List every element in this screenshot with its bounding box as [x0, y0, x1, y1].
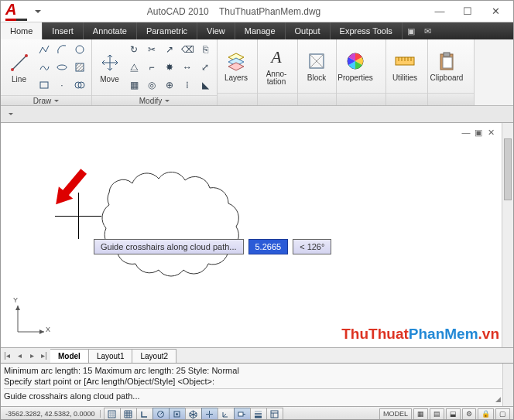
- grid-button[interactable]: [120, 408, 137, 421]
- tab-insert[interactable]: Insert: [43, 22, 84, 39]
- line-icon: [9, 52, 30, 73]
- osnap-button[interactable]: [169, 408, 186, 421]
- panel-draw: Line · Draw: [1, 39, 92, 105]
- cmd-resize-grip[interactable]: ◢: [495, 394, 501, 405]
- clipboard-icon: [436, 50, 457, 72]
- point-button[interactable]: ·: [53, 77, 70, 94]
- break-button[interactable]: ⁞: [179, 77, 196, 94]
- stretch-button[interactable]: ↔: [179, 59, 196, 76]
- drawing-area[interactable]: — ▣ ✕ Guide crosshairs along cloud path.…: [1, 123, 513, 347]
- tab-view[interactable]: View: [197, 22, 235, 39]
- lineweight-button[interactable]: [250, 408, 267, 421]
- cmd-scrollbar[interactable]: [502, 364, 513, 406]
- tab-nav-next[interactable]: ▸: [26, 351, 38, 360]
- model-space-button[interactable]: MODEL: [379, 408, 412, 420]
- dyn-input-button[interactable]: [234, 408, 251, 421]
- workspace-switch-button[interactable]: ⚙: [462, 408, 476, 420]
- clean-screen-button[interactable]: ▢: [495, 408, 510, 420]
- region-button[interactable]: [71, 77, 88, 94]
- copy-button[interactable]: ⎘: [197, 41, 214, 58]
- join-button[interactable]: ⊕: [161, 77, 178, 94]
- chevron-down-icon[interactable]: [165, 100, 170, 102]
- scale-button[interactable]: ⤢: [197, 59, 214, 76]
- svg-point-2: [25, 54, 28, 57]
- arc-button[interactable]: [53, 41, 70, 58]
- fillet-button[interactable]: ⌐: [143, 59, 160, 76]
- ortho-button[interactable]: [136, 408, 153, 421]
- move-button[interactable]: Move: [95, 52, 124, 84]
- panel-properties: Properties: [337, 39, 386, 105]
- maximize-button[interactable]: ☐: [454, 4, 481, 19]
- tab-extra-button[interactable]: ▣: [403, 22, 420, 39]
- block-button[interactable]: Block: [301, 50, 332, 82]
- svg-rect-13: [444, 53, 450, 56]
- ducs-button[interactable]: [218, 408, 235, 421]
- layers-button[interactable]: Layers: [221, 50, 252, 82]
- command-line[interactable]: Minimum arc length: 15 Maximum arc lengt…: [1, 363, 513, 406]
- annotation-button[interactable]: AAnno-tation: [261, 46, 292, 86]
- tab-nav-first[interactable]: |◂: [1, 351, 13, 360]
- tab-nav-prev[interactable]: ◂: [13, 351, 26, 360]
- rectangle-button[interactable]: [36, 77, 53, 94]
- layout-tab-1[interactable]: Layout1: [89, 349, 133, 363]
- qp-button[interactable]: [266, 408, 283, 421]
- coordinate-display[interactable]: -3562.3282, 42.5382, 0.0000: [1, 410, 101, 418]
- close-button[interactable]: ✕: [482, 4, 509, 19]
- qat-expand-icon[interactable]: [9, 113, 13, 115]
- quickview-layouts-button[interactable]: ▦: [413, 408, 428, 420]
- tab-express-tools[interactable]: Express Tools: [331, 22, 403, 39]
- title-bar: A AutoCAD 2010 ThuThuatPhanMem.dwg — ☐ ✕: [1, 1, 513, 22]
- snap-mode-button[interactable]: [104, 408, 121, 421]
- tab-parametric[interactable]: Parametric: [137, 22, 197, 39]
- spline-button[interactable]: [36, 59, 53, 76]
- anno-label-2: tation: [267, 77, 286, 86]
- layout-tab-2[interactable]: Layout2: [132, 349, 176, 363]
- toolbar-lock-button[interactable]: 🔒: [478, 408, 494, 420]
- tab-manage[interactable]: Manage: [235, 22, 286, 39]
- mirror-button[interactable]: ⧋: [125, 59, 142, 76]
- measure-icon: [394, 50, 416, 72]
- array-button[interactable]: ▦: [125, 77, 142, 94]
- chamfer-button[interactable]: ◣: [197, 77, 214, 94]
- dynamic-distance-input[interactable]: 5.2665: [248, 239, 289, 254]
- line-button[interactable]: Line: [4, 52, 34, 84]
- panel-modify: Move ↻ ✂ ↗ ⌫ ⎘ ⧋ ⌐ ✸ ↔ ⤢ ▦ ◎ ⊕ ⁞ ◣ Modif…: [92, 39, 218, 105]
- utilities-button[interactable]: Utilities: [389, 50, 420, 82]
- rotate-button[interactable]: ↻: [125, 41, 142, 58]
- dynamic-angle: < 126°: [293, 239, 331, 254]
- polar-button[interactable]: [152, 408, 170, 421]
- erase-button[interactable]: ⌫: [179, 41, 196, 58]
- explode-button[interactable]: ✸: [161, 59, 178, 76]
- ribbon-tabs: Home Insert Annotate Parametric View Man…: [1, 22, 513, 39]
- watermark: ThuThuatPhanMem.vn: [341, 326, 499, 343]
- ellipse-button[interactable]: [53, 59, 70, 76]
- util-label: Utilities: [392, 73, 417, 82]
- quickview-drawings-button[interactable]: ▤: [430, 408, 444, 420]
- chevron-down-icon[interactable]: [54, 100, 59, 102]
- tab-home[interactable]: Home: [1, 22, 43, 39]
- trim-button[interactable]: ✂: [143, 41, 160, 58]
- layout-tab-bar: |◂ ◂ ▸ ▸| Model Layout1 Layout2: [1, 347, 513, 363]
- 3dosnap-button[interactable]: [185, 408, 202, 421]
- polyline-button[interactable]: [36, 41, 53, 58]
- extend-button[interactable]: ↗: [161, 41, 178, 58]
- ucs-icon: Y X: [12, 299, 50, 340]
- app-menu-button[interactable]: A: [5, 2, 24, 21]
- window-title: AutoCAD 2010 ThuThuatPhanMem.dwg: [41, 6, 427, 17]
- minimize-button[interactable]: —: [427, 4, 453, 19]
- layout-tab-model[interactable]: Model: [50, 349, 89, 363]
- clipboard-button[interactable]: Clipboard: [431, 50, 462, 82]
- tab-nav-last[interactable]: ▸|: [38, 351, 50, 360]
- layers-label: Layers: [224, 73, 248, 82]
- tab-annotate[interactable]: Annotate: [84, 22, 137, 39]
- tab-help-button[interactable]: ✉: [420, 22, 437, 39]
- offset-button[interactable]: ◎: [143, 77, 160, 94]
- tab-output[interactable]: Output: [286, 22, 331, 39]
- hatch-button[interactable]: [71, 59, 88, 76]
- otrack-button[interactable]: [201, 408, 218, 421]
- circle-button[interactable]: [71, 41, 88, 58]
- annotation-scale-button[interactable]: ⬓: [446, 408, 461, 420]
- properties-button[interactable]: Properties: [340, 50, 371, 82]
- qat-dropdown-icon[interactable]: [35, 10, 41, 13]
- dynamic-input: Guide crosshairs along cloud path... 5.2…: [94, 239, 331, 254]
